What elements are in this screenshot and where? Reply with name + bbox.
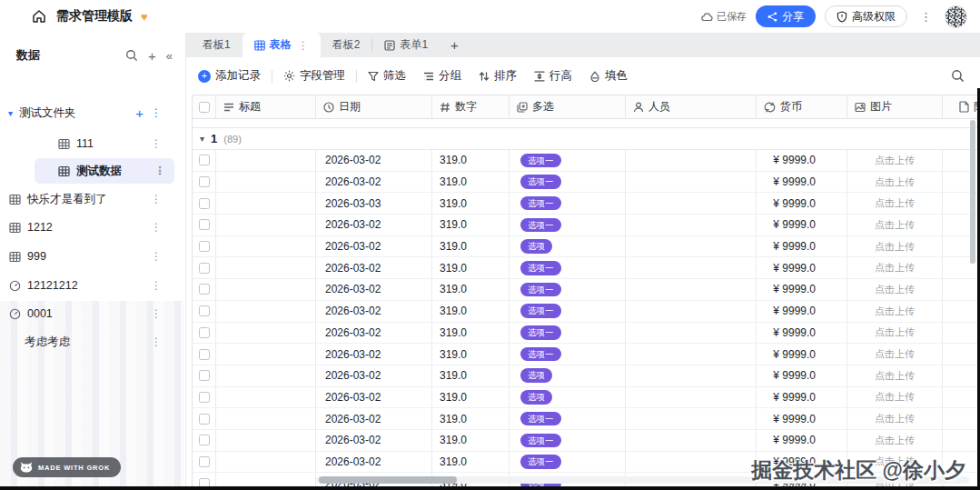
column-header-date[interactable]: 日期	[316, 95, 432, 118]
column-header-person[interactable]: 人员	[626, 95, 757, 118]
row-checkbox[interactable]	[199, 176, 210, 187]
table-row[interactable]: 2026-03-02 319.0 选项一 ¥ 9999.0 点击上传	[193, 215, 980, 236]
cell-image-upload[interactable]: 点击上传	[847, 193, 943, 214]
row-checkbox-cell[interactable]	[193, 473, 216, 486]
row-checkbox[interactable]	[199, 219, 210, 230]
row-checkbox[interactable]	[199, 327, 210, 338]
column-header-image[interactable]: 图片	[847, 95, 943, 118]
cell-attachment[interactable]	[943, 323, 980, 344]
cell-person[interactable]	[626, 150, 757, 171]
row-checkbox[interactable]	[199, 478, 210, 486]
option-badge[interactable]: 选项一	[520, 154, 561, 168]
sidebar-item-table[interactable]: 快乐才是看到了 ⋮	[0, 186, 185, 212]
tab-grid-active[interactable]: 表格 ⋮	[243, 33, 321, 57]
row-checkbox[interactable]	[199, 155, 210, 165]
cell-multiselect[interactable]: 选项一	[510, 279, 626, 300]
user-avatar[interactable]	[945, 5, 967, 28]
item-more-icon[interactable]: ⋮	[151, 137, 162, 150]
cell-date[interactable]: 2026-03-02	[316, 215, 432, 235]
option-badge[interactable]: 选项一	[520, 283, 561, 297]
home-icon[interactable]	[31, 8, 47, 25]
cell-title[interactable]	[216, 323, 316, 344]
cell-currency[interactable]: ¥ 9999.0	[757, 365, 847, 386]
cell-title[interactable]	[216, 301, 316, 322]
cell-currency[interactable]: ¥ 9999.0	[757, 257, 847, 278]
cell-person[interactable]	[626, 172, 757, 193]
column-header-title[interactable]: 标题	[216, 95, 316, 118]
row-checkbox-cell[interactable]	[193, 236, 216, 257]
row-checkbox-cell[interactable]	[193, 193, 216, 214]
row-checkbox-cell[interactable]	[193, 172, 216, 193]
option-badge[interactable]: 选项一	[520, 434, 561, 448]
table-row[interactable]: 2026-03-03 319.0 选项一 ¥ 9999.0 点击上传	[193, 193, 980, 215]
cell-title[interactable]	[216, 236, 316, 257]
cell-attachment[interactable]	[943, 408, 980, 429]
option-badge[interactable]: 选项一	[520, 325, 561, 340]
option-badge[interactable]: 选项一	[520, 218, 561, 233]
cell-title[interactable]	[216, 344, 316, 365]
cell-attachment[interactable]	[943, 430, 980, 451]
cell-number[interactable]: 319.0	[432, 150, 510, 171]
table-row[interactable]: 2026-03-02 319.0 选项一 ¥ 9999.0 点击上传	[193, 150, 980, 172]
table-row[interactable]: 2026-03-02 319.0 选项一 ¥ 9999.0 点击上传	[193, 344, 980, 365]
cell-multiselect[interactable]: 选项一	[510, 172, 626, 193]
cell-multiselect[interactable]: 选项一	[510, 301, 626, 322]
row-checkbox-cell[interactable]	[193, 301, 216, 322]
cell-number[interactable]: 319.0	[432, 279, 510, 300]
cell-title[interactable]	[216, 172, 316, 193]
cell-person[interactable]	[626, 408, 757, 429]
cell-number[interactable]: 319.0	[432, 193, 510, 214]
cell-multiselect[interactable]: 选项	[510, 365, 626, 386]
cell-number[interactable]: 319.0	[432, 236, 510, 257]
sort-button[interactable]: 排序	[479, 68, 517, 84]
table-row[interactable]: 2026-03-02 319.0 选项 ¥ 9999.0 点击上传	[193, 365, 980, 387]
cell-currency[interactable]: ¥ 9999.0	[757, 215, 847, 235]
horizontal-scrollbar-thumb[interactable]	[319, 476, 457, 484]
table-row[interactable]: 2026-03-02 319.0 选项 ¥ 9999.0 点击上传	[193, 387, 980, 409]
cell-number[interactable]: 319.0	[432, 215, 510, 235]
item-more-icon[interactable]: ⋮	[151, 279, 162, 292]
cell-currency[interactable]: ¥ 9999.0	[757, 408, 847, 429]
row-checkbox-cell[interactable]	[193, 279, 216, 300]
cell-attachment[interactable]	[943, 344, 980, 365]
cell-title[interactable]	[216, 452, 316, 473]
item-more-icon[interactable]: ⋮	[151, 307, 162, 320]
cell-number[interactable]: 319.0	[432, 365, 510, 386]
row-height-button[interactable]: 行高	[534, 68, 572, 84]
cell-person[interactable]	[626, 301, 757, 322]
row-checkbox[interactable]	[199, 414, 210, 425]
cell-multiselect[interactable]: 选项一	[510, 344, 626, 365]
cell-multiselect[interactable]: 选项一	[510, 452, 626, 473]
cell-person[interactable]	[626, 452, 757, 473]
cell-multiselect[interactable]: 选项一	[510, 150, 626, 171]
option-badge[interactable]: 选项一	[520, 412, 561, 426]
row-checkbox[interactable]	[199, 370, 210, 381]
row-checkbox-cell[interactable]	[193, 408, 216, 429]
cell-number[interactable]: 319.0	[432, 430, 510, 451]
cell-date[interactable]: 2026-03-02	[316, 150, 432, 171]
cell-title[interactable]	[216, 387, 316, 408]
row-checkbox[interactable]	[199, 284, 210, 295]
cell-person[interactable]	[626, 279, 757, 300]
cell-image-upload[interactable]: 点击上传	[847, 301, 943, 322]
sidebar-item-dashboard[interactable]: 12121212 ⋮	[0, 273, 185, 298]
cell-image-upload[interactable]: 点击上传	[847, 387, 943, 408]
cell-date[interactable]: 2026-03-02	[316, 279, 432, 300]
row-checkbox[interactable]	[199, 241, 210, 252]
cell-currency[interactable]: ¥ 9999.0	[757, 150, 847, 171]
cell-number[interactable]: 319.0	[432, 257, 510, 278]
add-view-button[interactable]: +	[440, 33, 470, 57]
cell-person[interactable]	[626, 323, 757, 344]
cell-number[interactable]: 319.0	[432, 323, 510, 344]
tab-form1[interactable]: 表单1	[372, 33, 440, 57]
cell-person[interactable]	[626, 236, 757, 257]
group-row[interactable]: ▾ 1 (89)	[193, 127, 980, 150]
cell-title[interactable]	[216, 408, 316, 429]
row-checkbox[interactable]	[199, 349, 210, 360]
table-row[interactable]: 2026-03-02 319.0 选项一 ¥ 9999.0 点击上传	[193, 408, 980, 430]
sidebar-item-table[interactable]: 111 ⋮	[0, 131, 185, 156]
cell-currency[interactable]: ¥ 9999.0	[757, 172, 847, 193]
item-more-icon[interactable]: ⋮	[151, 221, 162, 234]
folder-add-icon[interactable]: +	[135, 106, 144, 120]
cell-multiselect[interactable]: 选项一	[510, 408, 626, 429]
